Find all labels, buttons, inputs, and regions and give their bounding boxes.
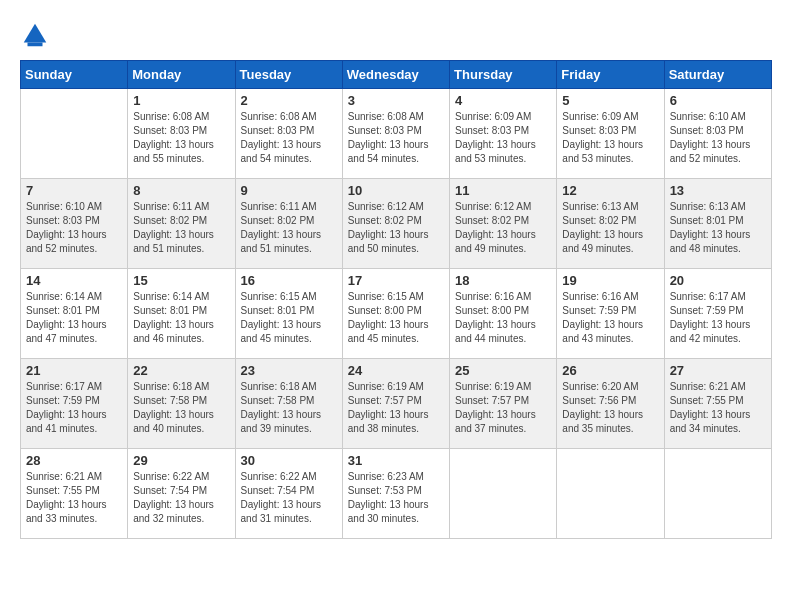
day-number: 7 <box>26 183 122 198</box>
day-number: 3 <box>348 93 444 108</box>
day-info: Sunrise: 6:23 AM Sunset: 7:53 PM Dayligh… <box>348 470 444 526</box>
day-number: 21 <box>26 363 122 378</box>
day-number: 27 <box>670 363 766 378</box>
week-row-1: 1Sunrise: 6:08 AM Sunset: 8:03 PM Daylig… <box>21 89 772 179</box>
day-info: Sunrise: 6:16 AM Sunset: 7:59 PM Dayligh… <box>562 290 658 346</box>
calendar-cell: 12Sunrise: 6:13 AM Sunset: 8:02 PM Dayli… <box>557 179 664 269</box>
day-info: Sunrise: 6:20 AM Sunset: 7:56 PM Dayligh… <box>562 380 658 436</box>
calendar-cell: 26Sunrise: 6:20 AM Sunset: 7:56 PM Dayli… <box>557 359 664 449</box>
calendar-cell: 11Sunrise: 6:12 AM Sunset: 8:02 PM Dayli… <box>450 179 557 269</box>
day-info: Sunrise: 6:13 AM Sunset: 8:02 PM Dayligh… <box>562 200 658 256</box>
calendar-cell: 27Sunrise: 6:21 AM Sunset: 7:55 PM Dayli… <box>664 359 771 449</box>
day-info: Sunrise: 6:09 AM Sunset: 8:03 PM Dayligh… <box>455 110 551 166</box>
week-row-5: 28Sunrise: 6:21 AM Sunset: 7:55 PM Dayli… <box>21 449 772 539</box>
calendar-cell: 15Sunrise: 6:14 AM Sunset: 8:01 PM Dayli… <box>128 269 235 359</box>
day-info: Sunrise: 6:21 AM Sunset: 7:55 PM Dayligh… <box>26 470 122 526</box>
day-number: 19 <box>562 273 658 288</box>
week-row-2: 7Sunrise: 6:10 AM Sunset: 8:03 PM Daylig… <box>21 179 772 269</box>
day-number: 9 <box>241 183 337 198</box>
day-number: 22 <box>133 363 229 378</box>
day-number: 23 <box>241 363 337 378</box>
day-number: 30 <box>241 453 337 468</box>
day-info: Sunrise: 6:22 AM Sunset: 7:54 PM Dayligh… <box>133 470 229 526</box>
calendar-cell: 30Sunrise: 6:22 AM Sunset: 7:54 PM Dayli… <box>235 449 342 539</box>
day-info: Sunrise: 6:08 AM Sunset: 8:03 PM Dayligh… <box>241 110 337 166</box>
day-info: Sunrise: 6:14 AM Sunset: 8:01 PM Dayligh… <box>26 290 122 346</box>
day-header-wednesday: Wednesday <box>342 61 449 89</box>
day-header-tuesday: Tuesday <box>235 61 342 89</box>
day-info: Sunrise: 6:19 AM Sunset: 7:57 PM Dayligh… <box>455 380 551 436</box>
logo <box>20 20 54 50</box>
day-info: Sunrise: 6:10 AM Sunset: 8:03 PM Dayligh… <box>670 110 766 166</box>
day-info: Sunrise: 6:18 AM Sunset: 7:58 PM Dayligh… <box>241 380 337 436</box>
week-row-3: 14Sunrise: 6:14 AM Sunset: 8:01 PM Dayli… <box>21 269 772 359</box>
calendar-cell: 6Sunrise: 6:10 AM Sunset: 8:03 PM Daylig… <box>664 89 771 179</box>
day-info: Sunrise: 6:16 AM Sunset: 8:00 PM Dayligh… <box>455 290 551 346</box>
header-row: SundayMondayTuesdayWednesdayThursdayFrid… <box>21 61 772 89</box>
calendar-cell <box>664 449 771 539</box>
calendar-cell: 31Sunrise: 6:23 AM Sunset: 7:53 PM Dayli… <box>342 449 449 539</box>
calendar-cell: 28Sunrise: 6:21 AM Sunset: 7:55 PM Dayli… <box>21 449 128 539</box>
svg-marker-0 <box>24 24 47 43</box>
svg-rect-1 <box>28 43 43 47</box>
calendar-cell: 17Sunrise: 6:15 AM Sunset: 8:00 PM Dayli… <box>342 269 449 359</box>
day-number: 1 <box>133 93 229 108</box>
day-info: Sunrise: 6:10 AM Sunset: 8:03 PM Dayligh… <box>26 200 122 256</box>
day-number: 14 <box>26 273 122 288</box>
calendar-cell: 16Sunrise: 6:15 AM Sunset: 8:01 PM Dayli… <box>235 269 342 359</box>
day-number: 2 <box>241 93 337 108</box>
calendar-cell: 25Sunrise: 6:19 AM Sunset: 7:57 PM Dayli… <box>450 359 557 449</box>
day-header-sunday: Sunday <box>21 61 128 89</box>
calendar-cell: 23Sunrise: 6:18 AM Sunset: 7:58 PM Dayli… <box>235 359 342 449</box>
day-number: 17 <box>348 273 444 288</box>
day-info: Sunrise: 6:11 AM Sunset: 8:02 PM Dayligh… <box>133 200 229 256</box>
day-info: Sunrise: 6:19 AM Sunset: 7:57 PM Dayligh… <box>348 380 444 436</box>
day-number: 11 <box>455 183 551 198</box>
day-number: 15 <box>133 273 229 288</box>
day-number: 16 <box>241 273 337 288</box>
calendar-cell <box>557 449 664 539</box>
page-header <box>20 20 772 50</box>
day-info: Sunrise: 6:15 AM Sunset: 8:00 PM Dayligh… <box>348 290 444 346</box>
day-number: 13 <box>670 183 766 198</box>
day-number: 25 <box>455 363 551 378</box>
day-info: Sunrise: 6:14 AM Sunset: 8:01 PM Dayligh… <box>133 290 229 346</box>
day-number: 4 <box>455 93 551 108</box>
day-info: Sunrise: 6:08 AM Sunset: 8:03 PM Dayligh… <box>348 110 444 166</box>
day-number: 6 <box>670 93 766 108</box>
day-info: Sunrise: 6:17 AM Sunset: 7:59 PM Dayligh… <box>26 380 122 436</box>
week-row-4: 21Sunrise: 6:17 AM Sunset: 7:59 PM Dayli… <box>21 359 772 449</box>
day-number: 29 <box>133 453 229 468</box>
calendar-cell: 7Sunrise: 6:10 AM Sunset: 8:03 PM Daylig… <box>21 179 128 269</box>
day-info: Sunrise: 6:13 AM Sunset: 8:01 PM Dayligh… <box>670 200 766 256</box>
day-number: 26 <box>562 363 658 378</box>
calendar-cell: 20Sunrise: 6:17 AM Sunset: 7:59 PM Dayli… <box>664 269 771 359</box>
day-header-thursday: Thursday <box>450 61 557 89</box>
calendar-cell: 8Sunrise: 6:11 AM Sunset: 8:02 PM Daylig… <box>128 179 235 269</box>
day-number: 5 <box>562 93 658 108</box>
day-info: Sunrise: 6:12 AM Sunset: 8:02 PM Dayligh… <box>455 200 551 256</box>
day-info: Sunrise: 6:09 AM Sunset: 8:03 PM Dayligh… <box>562 110 658 166</box>
day-info: Sunrise: 6:11 AM Sunset: 8:02 PM Dayligh… <box>241 200 337 256</box>
calendar-cell: 13Sunrise: 6:13 AM Sunset: 8:01 PM Dayli… <box>664 179 771 269</box>
day-number: 31 <box>348 453 444 468</box>
day-header-monday: Monday <box>128 61 235 89</box>
calendar-cell: 2Sunrise: 6:08 AM Sunset: 8:03 PM Daylig… <box>235 89 342 179</box>
day-number: 10 <box>348 183 444 198</box>
calendar-cell <box>21 89 128 179</box>
calendar-cell: 21Sunrise: 6:17 AM Sunset: 7:59 PM Dayli… <box>21 359 128 449</box>
day-header-friday: Friday <box>557 61 664 89</box>
day-info: Sunrise: 6:12 AM Sunset: 8:02 PM Dayligh… <box>348 200 444 256</box>
day-number: 8 <box>133 183 229 198</box>
day-number: 24 <box>348 363 444 378</box>
day-info: Sunrise: 6:08 AM Sunset: 8:03 PM Dayligh… <box>133 110 229 166</box>
day-number: 18 <box>455 273 551 288</box>
calendar-cell: 5Sunrise: 6:09 AM Sunset: 8:03 PM Daylig… <box>557 89 664 179</box>
calendar-cell: 19Sunrise: 6:16 AM Sunset: 7:59 PM Dayli… <box>557 269 664 359</box>
day-header-saturday: Saturday <box>664 61 771 89</box>
day-info: Sunrise: 6:18 AM Sunset: 7:58 PM Dayligh… <box>133 380 229 436</box>
day-number: 20 <box>670 273 766 288</box>
calendar-cell: 22Sunrise: 6:18 AM Sunset: 7:58 PM Dayli… <box>128 359 235 449</box>
calendar-cell: 1Sunrise: 6:08 AM Sunset: 8:03 PM Daylig… <box>128 89 235 179</box>
calendar-table: SundayMondayTuesdayWednesdayThursdayFrid… <box>20 60 772 539</box>
